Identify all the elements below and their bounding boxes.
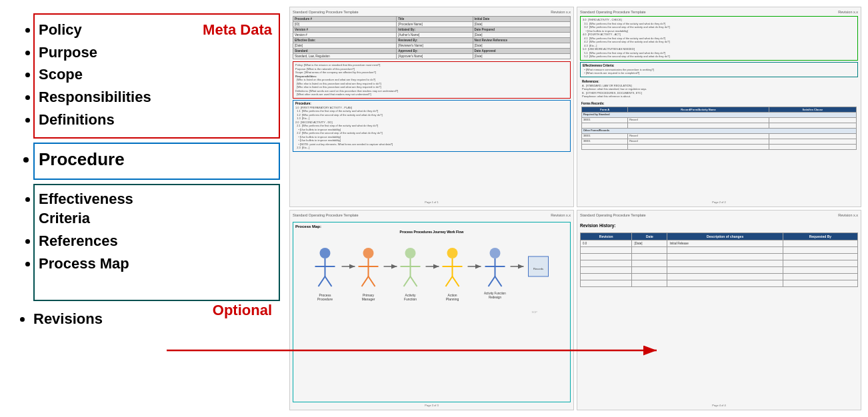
card-bottomleft: Standard Operating Procedure Template Re…: [289, 210, 574, 410]
card-topright-revision: Revision x.x: [838, 10, 858, 14]
card-bottomleft-footer: Page 3 of 3: [293, 404, 571, 407]
svg-point-2: [320, 248, 331, 258]
card-topleft-title: Standard Operating Procedure Template: [293, 10, 359, 14]
card-bottomleft-title: Standard Operating Procedure Template: [293, 213, 359, 217]
table-row: [582, 144, 857, 149]
card-bottomright: Standard Operating Procedure Template Re…: [577, 210, 861, 410]
svg-line-38: [489, 276, 495, 286]
card-topright-footer: Page 2 of 2: [580, 201, 858, 204]
table-row: Form A Record/Form/Activity Name Satisfi…: [582, 107, 857, 112]
table-row: [581, 274, 858, 280]
table-row: 30001 Record: [582, 139, 857, 144]
effectiveness-section: Effectiveness Criteria: • [What measure …: [580, 62, 858, 77]
svg-point-35: [490, 248, 501, 258]
card-topleft-revision: Revision x.x: [551, 10, 571, 14]
table-row: [581, 247, 858, 254]
card-topright: Standard Operating Procedure Template Re…: [577, 7, 861, 207]
svg-line-30: [446, 276, 453, 286]
card-topleft: Standard Operating Procedure Template Re…: [289, 7, 574, 207]
svg-line-23: [411, 276, 417, 286]
card-bottomright-revision: Revision x.x: [838, 213, 858, 217]
procedure-box: Procedure: [33, 143, 280, 179]
table-row: [581, 260, 858, 267]
card-bottomright-title: Standard Operating Procedure Template: [580, 213, 646, 217]
flow-diagram-svg: Process Procedure Primary Manager: [295, 236, 568, 316]
table-row: Required by Standard: [582, 112, 857, 117]
table-row: 0.0 [Date] Initial Release: [581, 240, 858, 247]
table-row: [Date] [Reviewer's Name] [Date]: [293, 43, 571, 49]
table-row: Standard Approved By: Date Approved: [293, 49, 571, 54]
svg-text:Manager: Manager: [362, 297, 375, 301]
list-item-process-map: Process Map: [39, 254, 272, 274]
red-meta-section: Policy: [What is the mission or standard…: [293, 61, 571, 99]
svg-point-11: [363, 248, 374, 258]
right-panel: Standard Operating Procedure Template Re…: [287, 0, 868, 417]
svg-line-15: [369, 276, 375, 286]
table-row: [581, 254, 858, 260]
table-row: 30001 Record: [582, 133, 857, 139]
card-topleft-header: Standard Operating Procedure Template Re…: [293, 10, 571, 14]
process-map-title: Process Map:: [295, 224, 568, 228]
svg-text:Redesign: Redesign: [489, 296, 502, 299]
svg-point-27: [447, 248, 458, 258]
svg-text:Function: Function: [404, 297, 417, 301]
svg-line-39: [495, 276, 502, 286]
card-topright-header: Standard Operating Procedure Template Re…: [580, 10, 858, 14]
meta-box: Meta Data Policy Purpose Scope Responsib…: [33, 13, 280, 139]
optional-box: EffectivenessCriteria References Process…: [33, 184, 280, 302]
list-item-effectiveness: EffectivenessCriteria: [39, 189, 272, 228]
svg-rect-43: [529, 256, 549, 276]
svg-line-22: [404, 276, 411, 286]
table-row: Other Forms/Records: [582, 128, 857, 133]
revision-history-table: Revision Date Description of changes Req…: [580, 232, 858, 287]
svg-point-19: [405, 248, 416, 258]
item-list: Meta Data Policy Purpose Scope Responsib…: [13, 13, 280, 332]
list-item-definitions: Definitions: [39, 110, 272, 130]
process-map-area: Process Map: Process Procedures Journey …: [293, 222, 571, 402]
table-row: Version # [Author's Name] [Date]: [293, 33, 571, 38]
card-bottomleft-revision: Revision x.x: [551, 213, 571, 217]
table-row: [581, 280, 858, 287]
references-section: References: A. [STANDARD, LAW OR REGULAT…: [580, 79, 858, 100]
card-topright-title: Standard Operating Procedure Template: [580, 10, 646, 14]
svg-text:Records: Records: [533, 267, 543, 270]
card-bottomright-header: Standard Operating Procedure Template Re…: [580, 213, 858, 217]
table-row: Standard, Law, Regulation [Approver's Na…: [293, 54, 571, 59]
card-bottomright-footer: Page 4 of 4: [580, 404, 858, 407]
table-row: [582, 123, 857, 128]
svg-line-14: [362, 276, 369, 286]
table-row: Revision Date Description of changes Req…: [581, 233, 858, 240]
blue-procedure-section: Procedure: 1.0 [FIRST PREPARATORY ACTIVI…: [293, 100, 571, 152]
svg-text:SOP: SOP: [532, 310, 538, 314]
table-row: Version # Initiated By: Date Prepared: [293, 27, 571, 33]
table-row: 30001 Record: [582, 117, 857, 123]
card-bottomleft-header: Standard Operating Procedure Template Re…: [293, 213, 571, 217]
list-item-scope: Scope: [39, 65, 272, 85]
svg-line-5: [319, 276, 325, 286]
table-row: Effective Date: Reviewed By: Next Review…: [293, 38, 571, 43]
card-topleft-footer: Page 1 of 1: [293, 201, 571, 204]
table-row: Procedure # Title Initial Date: [293, 17, 571, 22]
meta-label: Meta Data: [203, 20, 272, 40]
table-row: [581, 267, 858, 274]
left-panel: Meta Data Policy Purpose Scope Responsib…: [0, 0, 287, 417]
forms-section: Forms Records: Form A Record/Form/Activi…: [580, 101, 858, 151]
svg-line-31: [453, 276, 459, 286]
svg-text:Activity Function: Activity Function: [484, 292, 506, 295]
table-row: [ID] [Procedure Name] [Date]: [293, 22, 571, 27]
green-activities-section: 3.0 [THIRD ACTIVITY - CHECK] 3.1 [Who pe…: [580, 16, 858, 61]
list-item-references: References: [39, 231, 272, 251]
list-item-purpose: Purpose: [39, 43, 272, 63]
revision-history-label: Revision History:: [580, 223, 858, 228]
list-item-responsibilities: Responsibilities: [39, 87, 272, 107]
procedure-header-table: Procedure # Title Initial Date [ID] [Pro…: [293, 16, 571, 59]
list-item-procedure: Procedure: [39, 148, 272, 171]
svg-text:Planning: Planning: [446, 297, 459, 301]
svg-text:Procedure: Procedure: [317, 297, 333, 301]
forms-table: Form A Record/Form/Activity Name Satisfi…: [581, 107, 857, 150]
svg-line-6: [325, 276, 332, 286]
flow-title: Process Procedures Journey Work Flow: [295, 230, 568, 234]
optional-label: Optional: [213, 300, 272, 320]
